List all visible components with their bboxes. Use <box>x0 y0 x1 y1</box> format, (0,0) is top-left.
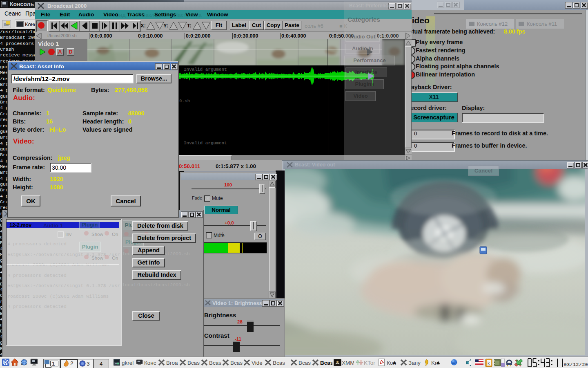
svg-text:K: K <box>4 360 8 366</box>
